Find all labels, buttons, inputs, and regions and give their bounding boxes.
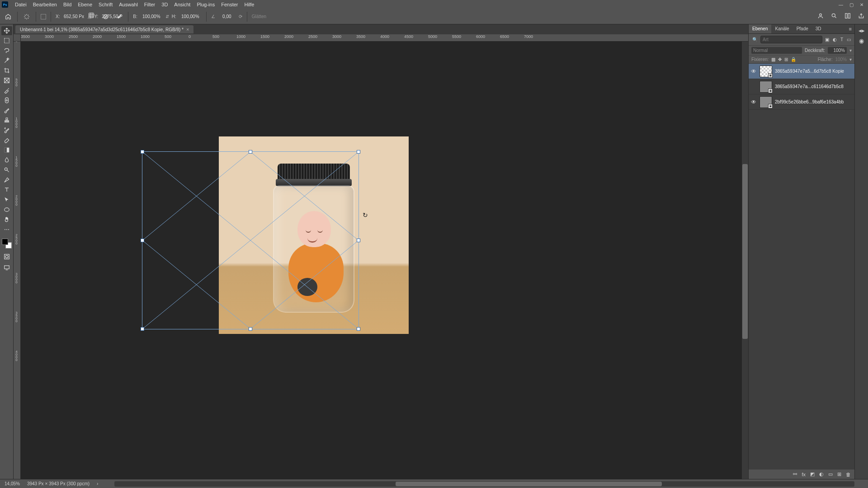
type-tool[interactable]	[1, 185, 12, 194]
close-tab-icon[interactable]: ×	[186, 27, 189, 32]
frame-tool[interactable]	[1, 76, 12, 85]
transform-handle[interactable]	[141, 327, 144, 331]
delete-layer-icon[interactable]: 🗑	[846, 472, 851, 477]
blur-tool[interactable]	[1, 155, 12, 164]
path-select-tool[interactable]	[1, 195, 12, 204]
properties-icon[interactable]: ◉	[859, 38, 864, 44]
transform-handle[interactable]	[141, 239, 144, 242]
filter-type-icon[interactable]: T	[840, 37, 844, 42]
search-icon[interactable]	[831, 13, 837, 20]
quickmask-icon[interactable]	[1, 252, 12, 261]
transform-handle[interactable]	[141, 150, 144, 154]
visibility-toggle[interactable]: 👁	[750, 68, 757, 75]
x-input[interactable]	[62, 13, 85, 20]
brush-tool[interactable]	[1, 106, 12, 115]
healing-brush-tool[interactable]	[1, 96, 12, 105]
minimize-button[interactable]: —	[839, 2, 843, 7]
visibility-toggle[interactable]: 👁	[750, 99, 757, 105]
dodge-tool[interactable]	[1, 165, 12, 174]
color-swatches[interactable]	[2, 239, 12, 249]
commit-transform-icon[interactable]: ✔	[117, 12, 123, 21]
home-icon[interactable]	[4, 12, 13, 21]
tab-3d[interactable]: 3D	[812, 24, 825, 33]
chevron-down-icon[interactable]: ▾	[849, 48, 852, 53]
share-icon[interactable]	[858, 13, 864, 20]
tab-pfade[interactable]: Pfade	[793, 24, 812, 33]
gradient-tool[interactable]	[1, 145, 12, 155]
menu-hilfe[interactable]: Hilfe	[241, 2, 257, 7]
lock-all-icon[interactable]: 🔒	[791, 57, 796, 62]
eyedropper-tool[interactable]	[1, 86, 12, 95]
cloud-docs-icon[interactable]	[817, 13, 824, 20]
transform-handle[interactable]	[357, 239, 360, 242]
warp-mode-icon[interactable]	[88, 12, 94, 21]
move-tool[interactable]	[1, 26, 12, 35]
w-input[interactable]	[140, 13, 163, 20]
menu-auswahl[interactable]: Auswahl	[116, 2, 141, 7]
fx-icon[interactable]: fx	[802, 472, 806, 477]
transform-handle[interactable]	[249, 327, 252, 331]
menu-plug-ins[interactable]: Plug-ins	[193, 2, 218, 7]
zoom-readout[interactable]: 14,05%	[5, 481, 20, 486]
h-input[interactable]	[179, 13, 202, 20]
lasso-tool[interactable]	[1, 46, 12, 55]
menu-schrift[interactable]: Schrift	[95, 2, 116, 7]
tab-ebenen[interactable]: Ebenen	[749, 24, 771, 33]
layer-name[interactable]: 2bf99c5e26bbe6...9baf6e163a4bb	[775, 99, 853, 104]
new-layer-icon[interactable]: ⊞	[837, 471, 841, 477]
reference-point-toggle[interactable]	[41, 14, 46, 19]
lock-position-icon[interactable]: ✥	[778, 57, 782, 62]
transform-bounding-box[interactable]	[142, 151, 359, 329]
screenmode-icon[interactable]	[1, 263, 12, 272]
link-layers-icon[interactable]: ⚯	[793, 471, 797, 477]
vertical-scrollbar[interactable]	[742, 42, 748, 479]
horizontal-ruler[interactable]: 3500300025002000150010005000500100015002…	[21, 34, 748, 42]
group-icon[interactable]: ▭	[828, 471, 833, 477]
blend-mode-select[interactable]: Normal	[751, 47, 802, 54]
transform-handle[interactable]	[357, 327, 360, 331]
vertical-ruler[interactable]: 05001000150020002500300035004000	[14, 42, 21, 479]
shape-tool[interactable]	[1, 205, 12, 214]
document-tab[interactable]: Unbenannt-1 bei 14,1% (3865a59347e7a5d3d…	[15, 25, 193, 33]
filter-shape-icon[interactable]: ▭	[846, 37, 852, 42]
lock-pixels-icon[interactable]: ▩	[771, 57, 775, 62]
menu-filter[interactable]: Filter	[141, 2, 158, 7]
layer-row[interactable]: 👁▣2bf99c5e26bbe6...9baf6e163a4bb	[749, 94, 854, 110]
filter-image-icon[interactable]: ▣	[824, 37, 830, 42]
transform-handle[interactable]	[357, 150, 360, 154]
layer-row[interactable]: 👁▣3865a59347e7a5...6d7b5c8 Kopie	[749, 64, 854, 79]
skew-icon[interactable]: ⟳	[239, 14, 242, 19]
chevron-down-icon[interactable]: ▾	[849, 57, 852, 62]
stamp-tool[interactable]	[1, 116, 12, 125]
layer-thumbnail[interactable]: ▣	[760, 96, 772, 108]
layer-filter-input[interactable]	[760, 36, 822, 43]
transform-tool-icon[interactable]	[22, 12, 31, 21]
hand-tool[interactable]	[1, 215, 12, 224]
workspace-icon[interactable]	[844, 13, 851, 20]
mask-icon[interactable]: ◩	[810, 471, 815, 477]
layer-row[interactable]: ▣3865a59347e7a...c611646d7b5c8	[749, 79, 854, 94]
history-brush-tool[interactable]	[1, 126, 12, 135]
crop-tool[interactable]	[1, 66, 12, 75]
menu-bearbeiten[interactable]: Bearbeiten	[30, 2, 60, 7]
lock-artboard-icon[interactable]: ⊞	[784, 57, 788, 62]
menu-datei[interactable]: Datei	[12, 2, 30, 7]
eraser-tool[interactable]	[1, 136, 12, 145]
menu-fenster[interactable]: Fenster	[218, 2, 241, 7]
marquee-tool[interactable]	[1, 36, 12, 45]
layer-thumbnail[interactable]: ▣	[760, 81, 772, 93]
adjustment-icon[interactable]: ◐	[819, 471, 824, 477]
layer-thumbnail[interactable]: ▣	[760, 66, 772, 77]
fill-input[interactable]: 100%	[835, 57, 847, 62]
panel-menu-icon[interactable]: ≡	[846, 24, 854, 33]
canvas[interactable]: ↻	[21, 42, 748, 479]
maximize-button[interactable]: ▢	[849, 2, 854, 7]
doc-size-readout[interactable]: 3943 Px × 3943 Px (300 ppcm)	[27, 481, 90, 486]
close-window-button[interactable]: ✕	[860, 2, 863, 7]
wand-tool[interactable]	[1, 56, 12, 65]
pen-tool[interactable]	[1, 175, 12, 184]
menu-ansicht[interactable]: Ansicht	[171, 2, 193, 7]
cancel-transform-icon[interactable]: ⊘	[103, 12, 108, 21]
layer-name[interactable]: 3865a59347e7a...c611646d7b5c8	[775, 84, 853, 89]
transform-handle[interactable]	[249, 150, 252, 154]
